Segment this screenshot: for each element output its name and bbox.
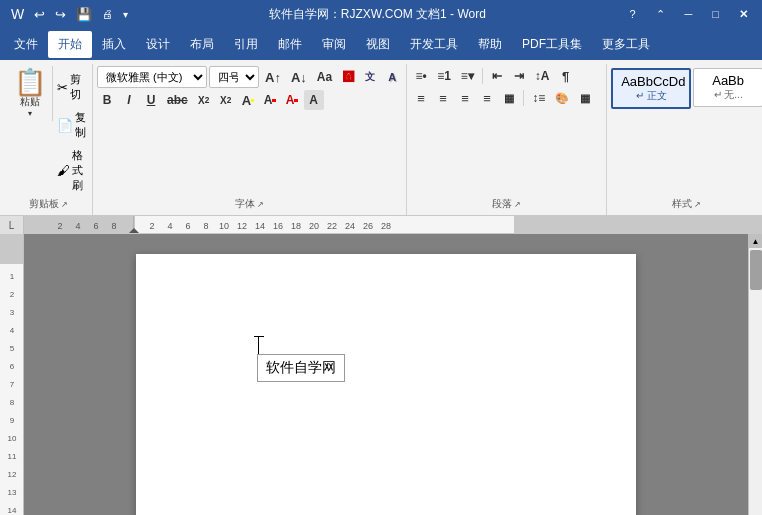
close-button[interactable]: ✕ xyxy=(733,6,754,23)
align-left-button[interactable]: ≡ xyxy=(411,88,431,108)
font-color-button[interactable]: A xyxy=(238,90,258,110)
decrease-font-button[interactable]: A↓ xyxy=(287,67,311,87)
underline-button[interactable]: U xyxy=(141,90,161,110)
svg-text:14: 14 xyxy=(8,506,17,515)
menu-design[interactable]: 设计 xyxy=(136,31,180,58)
main-area: 1 2 3 4 5 6 7 8 9 10 11 12 13 14 15 软件自学… xyxy=(0,234,762,515)
font-group: 微软雅黑 (中文) 四号 A↑ A↓ Aa 🅰 文 A B I U abc X2… xyxy=(93,64,407,215)
font-color2-button[interactable]: A xyxy=(282,90,302,110)
svg-text:18: 18 xyxy=(291,221,301,231)
font-name-select[interactable]: 微软雅黑 (中文) xyxy=(97,66,207,88)
line-spacing-button[interactable]: ↕≡ xyxy=(528,88,549,108)
bold-button[interactable]: B xyxy=(97,90,117,110)
subscript-button[interactable]: X2 xyxy=(194,90,214,110)
ribbon-display-button[interactable]: ⌃ xyxy=(650,6,671,23)
clipboard-group: 📋 粘贴 ▾ ✂ 剪切 📄 复制 🖌 格式刷 剪贴板 xyxy=(4,64,93,215)
vertical-scrollbar[interactable]: ▲ ▼ xyxy=(748,234,762,515)
cut-button[interactable]: ✂ 剪切 xyxy=(55,70,88,104)
increase-indent-button[interactable]: ⇥ xyxy=(509,66,529,86)
svg-text:26: 26 xyxy=(363,221,373,231)
text-shade-button[interactable]: A xyxy=(304,90,324,110)
minimize-button[interactable]: ─ xyxy=(679,6,699,22)
paste-button[interactable]: 📋 粘贴 ▾ xyxy=(8,66,53,121)
maximize-button[interactable]: □ xyxy=(706,6,725,22)
menu-insert[interactable]: 插入 xyxy=(92,31,136,58)
align-right-button[interactable]: ≡ xyxy=(455,88,475,108)
borders-button[interactable]: ▦ xyxy=(575,88,595,108)
svg-text:22: 22 xyxy=(327,221,337,231)
numbering-button[interactable]: ≡1 xyxy=(433,66,455,86)
text-effects-button[interactable]: A xyxy=(382,67,402,87)
menu-mail[interactable]: 邮件 xyxy=(268,31,312,58)
columns-button[interactable]: ▦ xyxy=(499,88,519,108)
font-expand-icon[interactable]: ↗ xyxy=(257,200,264,209)
scroll-thumb[interactable] xyxy=(750,250,762,290)
svg-text:6: 6 xyxy=(185,221,190,231)
help-button[interactable]: ? xyxy=(623,6,641,22)
document-text: 软件自学网 xyxy=(266,359,336,375)
clear-format-button[interactable]: 🅰 xyxy=(338,67,358,87)
styles-expand-icon[interactable]: ↗ xyxy=(694,200,701,209)
svg-text:1: 1 xyxy=(10,272,15,281)
wubi-button[interactable]: 文 xyxy=(360,67,380,87)
font-case-button[interactable]: Aa xyxy=(313,67,336,87)
quick-print-button[interactable]: 🖨 xyxy=(99,7,116,21)
text-box[interactable]: 软件自学网 xyxy=(257,354,345,382)
justify-button[interactable]: ≡ xyxy=(477,88,497,108)
bullets-button[interactable]: ≡• xyxy=(411,66,431,86)
sort-button[interactable]: ↕A xyxy=(531,66,554,86)
format-painter-button[interactable]: 🖌 格式刷 xyxy=(55,146,88,195)
superscript-button[interactable]: X2 xyxy=(216,90,236,110)
style-normal-button[interactable]: AaBbCcDd ↵ 正文 xyxy=(611,68,691,109)
svg-text:10: 10 xyxy=(8,434,17,443)
ruler-container: L 8 6 4 2 2 4 6 8 10 12 14 16 18 20 xyxy=(0,216,762,234)
svg-text:2: 2 xyxy=(57,221,62,231)
menu-home[interactable]: 开始 xyxy=(48,31,92,58)
style-no-spacing-button[interactable]: AaBb ↵ 无... xyxy=(693,68,762,107)
paragraph-expand-icon[interactable]: ↗ xyxy=(514,200,521,209)
svg-text:14: 14 xyxy=(255,221,265,231)
svg-text:6: 6 xyxy=(10,362,15,371)
align-center-button[interactable]: ≡ xyxy=(433,88,453,108)
ribbon: 📋 粘贴 ▾ ✂ 剪切 📄 复制 🖌 格式刷 剪贴板 xyxy=(0,60,762,216)
italic-button[interactable]: I xyxy=(119,90,139,110)
svg-text:28: 28 xyxy=(381,221,391,231)
menu-pdf[interactable]: PDF工具集 xyxy=(512,31,592,58)
undo-button[interactable]: ↩ xyxy=(31,6,48,23)
customize-qa-button[interactable]: ▾ xyxy=(120,8,131,21)
redo-button[interactable]: ↪ xyxy=(52,6,69,23)
menu-layout[interactable]: 布局 xyxy=(180,31,224,58)
menu-more[interactable]: 更多工具 xyxy=(592,31,660,58)
vertical-ruler-svg: 1 2 3 4 5 6 7 8 9 10 11 12 13 14 15 xyxy=(0,234,24,515)
copy-button[interactable]: 📄 复制 xyxy=(55,108,88,142)
styles-label: 样式 xyxy=(672,197,692,211)
save-button[interactable]: 💾 xyxy=(73,6,95,23)
increase-font-button[interactable]: A↑ xyxy=(261,67,285,87)
highlight-button[interactable]: A xyxy=(260,90,280,110)
menu-view[interactable]: 视图 xyxy=(356,31,400,58)
menu-review[interactable]: 审阅 xyxy=(312,31,356,58)
document-area[interactable]: 软件自学网 xyxy=(24,234,748,515)
show-marks-button[interactable]: ¶ xyxy=(556,66,576,86)
svg-text:16: 16 xyxy=(273,221,283,231)
svg-text:11: 11 xyxy=(8,452,17,461)
font-size-select[interactable]: 四号 xyxy=(209,66,259,88)
svg-text:4: 4 xyxy=(167,221,172,231)
menu-file[interactable]: 文件 xyxy=(4,31,48,58)
svg-text:8: 8 xyxy=(111,221,116,231)
svg-text:3: 3 xyxy=(10,308,15,317)
horizontal-ruler: 8 6 4 2 2 4 6 8 10 12 14 16 18 20 22 24 … xyxy=(24,216,762,233)
ruler-corner[interactable]: L xyxy=(0,216,24,234)
strikethrough-button[interactable]: abc xyxy=(163,90,192,110)
decrease-indent-button[interactable]: ⇤ xyxy=(487,66,507,86)
svg-text:4: 4 xyxy=(10,326,15,335)
multilevel-button[interactable]: ≡▾ xyxy=(457,66,478,86)
scroll-up-button[interactable]: ▲ xyxy=(749,234,763,248)
clipboard-expand-icon[interactable]: ↗ xyxy=(61,200,68,209)
shading-button[interactable]: 🎨 xyxy=(551,88,573,108)
menu-references[interactable]: 引用 xyxy=(224,31,268,58)
menu-developer[interactable]: 开发工具 xyxy=(400,31,468,58)
svg-text:4: 4 xyxy=(75,221,80,231)
menu-help[interactable]: 帮助 xyxy=(468,31,512,58)
title-bar: W ↩ ↪ 💾 🖨 ▾ 软件自学网：RJZXW.COM 文档1 - Word ?… xyxy=(0,0,762,28)
